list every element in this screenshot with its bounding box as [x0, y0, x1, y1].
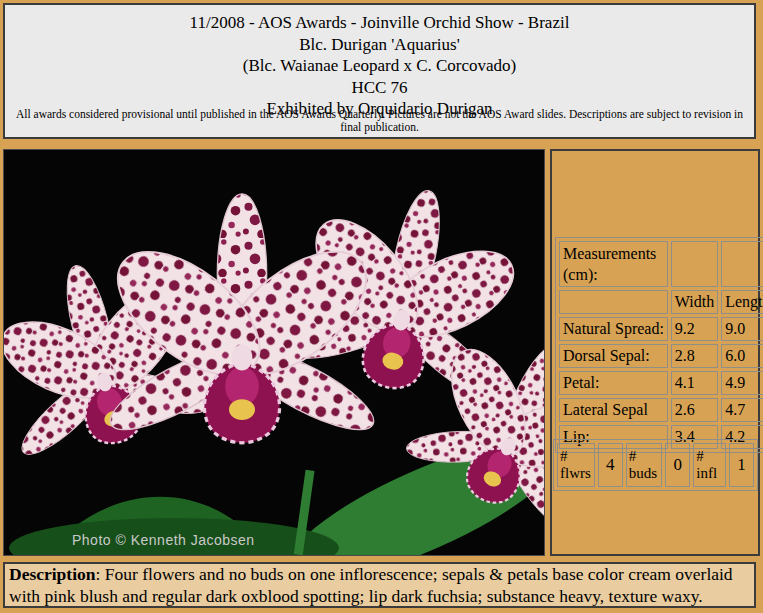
counts-table: # flwrs 4 # buds 0 # infl 1 — [553, 439, 758, 491]
description-label: Description — [9, 564, 96, 584]
measurements-table: Measurements (cm): Width Length Natural … — [555, 237, 763, 453]
empty-cell — [671, 241, 718, 287]
row-width: 9.2 — [671, 317, 718, 341]
award-event-line: 11/2008 - AOS Awards - Joinville Orchid … — [5, 12, 754, 34]
table-row: Lateral Sepal 2.6 4.7 — [559, 398, 763, 422]
orchid-photo-image — [4, 150, 544, 555]
buds-count-label: # buds — [626, 443, 663, 487]
photo-credit: Photo © Kenneth Jacobsen — [72, 532, 255, 548]
row-width: 4.1 — [671, 371, 718, 395]
empty-cell — [559, 290, 668, 314]
award-header: 11/2008 - AOS Awards - Joinville Orchid … — [3, 3, 756, 139]
flowers-count-value: 4 — [598, 443, 623, 487]
table-row: Petal: 4.1 4.9 — [559, 371, 763, 395]
provisional-disclaimer: All awards considered provisional until … — [5, 108, 754, 134]
empty-cell — [721, 241, 763, 287]
award-title-block: 11/2008 - AOS Awards - Joinville Orchid … — [5, 5, 754, 120]
col-header-width: Width — [671, 290, 718, 314]
row-length: 6.0 — [721, 344, 763, 368]
row-label: Lateral Sepal — [559, 398, 668, 422]
award-page: 11/2008 - AOS Awards - Joinville Orchid … — [0, 0, 763, 613]
buds-count-value: 0 — [665, 443, 690, 487]
table-row: Measurements (cm): — [559, 241, 763, 287]
col-header-length: Length — [721, 290, 763, 314]
infl-count-label: # infl — [693, 443, 726, 487]
parentage-line: (Blc. Waianae Leopard x C. Corcovado) — [5, 55, 754, 77]
table-row: Natural Spread: 9.2 9.0 — [559, 317, 763, 341]
row-width: 2.6 — [671, 398, 718, 422]
flowers-count-label: # flwrs — [557, 443, 595, 487]
measurements-title: Measurements (cm): — [559, 241, 668, 287]
row-length: 4.7 — [721, 398, 763, 422]
award-code-line: HCC 76 — [5, 77, 754, 99]
plant-name-line: Blc. Durigan 'Aquarius' — [5, 34, 754, 56]
description-box: Description: Four flowers and no buds on… — [3, 562, 756, 608]
row-label: Dorsal Sepal: — [559, 344, 668, 368]
table-header-row: Width Length — [559, 290, 763, 314]
table-row: Dorsal Sepal: 2.8 6.0 — [559, 344, 763, 368]
row-label: Natural Spread: — [559, 317, 668, 341]
table-row: # flwrs 4 # buds 0 # infl 1 — [557, 443, 754, 487]
row-length: 4.9 — [721, 371, 763, 395]
description-text: : Four flowers and no buds on one inflor… — [9, 564, 733, 606]
row-label: Petal: — [559, 371, 668, 395]
row-length: 9.0 — [721, 317, 763, 341]
measurements-panel: Measurements (cm): Width Length Natural … — [550, 149, 760, 556]
orchid-photo: Photo © Kenneth Jacobsen — [3, 149, 545, 556]
row-width: 2.8 — [671, 344, 718, 368]
infl-count-value: 1 — [729, 443, 754, 487]
